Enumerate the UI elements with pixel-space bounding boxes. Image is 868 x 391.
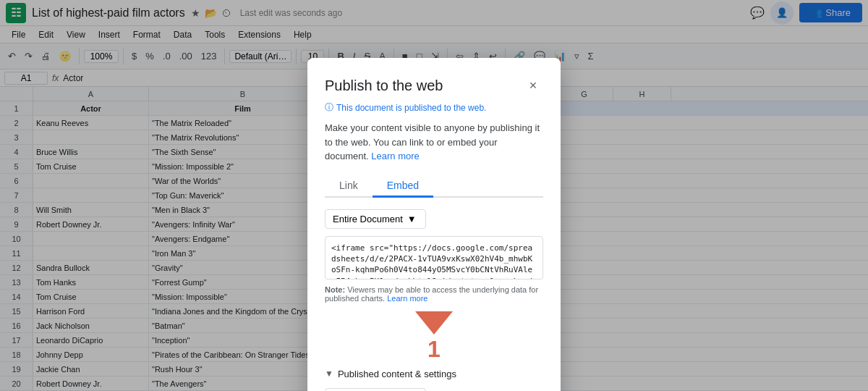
tab-embed[interactable]: Embed <box>373 175 433 198</box>
modal-tabs: Link Embed <box>325 175 543 198</box>
embed-note: Note: Viewers may be able to access the … <box>325 285 543 303</box>
embed-content: Entire Document ▼ <iframe src="https://d… <box>325 209 543 303</box>
modal-title: Publish to the web <box>325 77 443 94</box>
dropdown-row: Entire Document ▼ <box>325 209 543 229</box>
published-notice-text: This document is published to the web. <box>336 103 486 113</box>
arrow1-num: 1 <box>427 336 441 362</box>
published-notice: ⓘ This document is published to the web. <box>325 101 543 114</box>
learn-more-charts-link[interactable]: Learn more <box>387 294 427 303</box>
published-scope-dropdown-row: Entire Document ▼ <box>325 388 543 392</box>
chevron-left-icon: ▼ <box>325 369 333 379</box>
document-scope-dropdown[interactable]: Entire Document ▼ <box>325 209 426 229</box>
info-icon: ⓘ <box>325 101 333 114</box>
published-section-toggle[interactable]: ▼ Published content & settings <box>325 369 543 379</box>
publish-modal: Publish to the web × ⓘ This document is … <box>307 58 561 391</box>
published-section-label: Published content & settings <box>338 369 456 379</box>
embed-code-box[interactable]: <iframe src="https://docs.google.com/spr… <box>325 236 543 279</box>
tab-link[interactable]: Link <box>325 175 373 198</box>
learn-more-link[interactable]: Learn more <box>371 151 419 161</box>
published-scope-dropdown[interactable]: Entire Document ▼ <box>325 388 426 392</box>
modal-description: Make your content visible to anyone by p… <box>325 121 543 164</box>
modal-close-button[interactable]: × <box>523 75 543 96</box>
modal-overlay: Publish to the web × ⓘ This document is … <box>0 0 868 391</box>
arrow-annotation-1: 1 <box>325 311 543 363</box>
dropdown-label: Entire Document <box>333 214 403 224</box>
chevron-down-icon: ▼ <box>407 214 417 224</box>
modal-header: Publish to the web × <box>325 75 543 96</box>
